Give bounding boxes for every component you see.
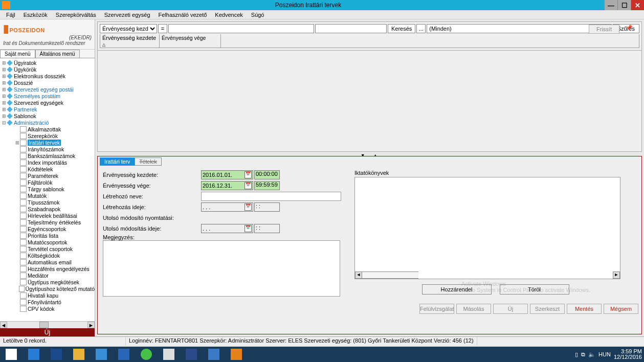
tab-sajat-menu[interactable]: Saját menü: [0, 50, 35, 58]
szerkeszt-button[interactable]: Szerkeszt: [530, 304, 565, 314]
tab-tetelek[interactable]: Tételek: [135, 157, 161, 166]
calendar-icon[interactable]: 📅: [245, 203, 252, 211]
tree-item[interactable]: Fájltárolók: [0, 179, 95, 186]
textarea-megjegyzes[interactable]: [103, 240, 340, 297]
minimize-button[interactable]: —: [604, 0, 617, 10]
taskbar-app5[interactable]: [180, 347, 203, 361]
tree-item[interactable]: CPV kódok: [0, 305, 95, 312]
list-hscrollbar[interactable]: ◄►: [355, 272, 620, 279]
uj-button[interactable]: Új: [493, 304, 528, 314]
col-header-ervenyesseg-vege[interactable]: Érvényesség vége: [160, 34, 221, 48]
tree-item[interactable]: Automatikus email: [0, 259, 95, 265]
tree-item[interactable]: Típusszámok: [0, 199, 95, 206]
tree-item[interactable]: ⊞Szervezeti egységek: [0, 99, 95, 106]
tab-irattari-terv[interactable]: Irattári terv: [100, 157, 135, 166]
nav-tree[interactable]: ⊞Ügyiratok⊞Ügykörök⊞Elektronikus dosszié…: [0, 58, 95, 328]
input-li-time[interactable]: : :: [254, 202, 280, 212]
tree-item[interactable]: Ügytípushoz kötelező mutató: [0, 285, 95, 292]
tree-item[interactable]: ⊞Szervezeti egység postái: [0, 86, 95, 93]
hozzarendel-button[interactable]: Hozzárendel: [422, 284, 492, 295]
ellipsis-button[interactable]: ...: [416, 24, 426, 33]
tree-item[interactable]: Egyéncsoportok: [0, 225, 95, 232]
masolas-button[interactable]: Másolás: [456, 304, 491, 314]
menu-szerepkorvaltas[interactable]: Szerepkörváltás: [52, 11, 100, 18]
search-input-2[interactable]: [315, 24, 387, 33]
tree-item[interactable]: Költségkódok: [0, 252, 95, 259]
pin-icon[interactable]: 📌: [626, 25, 634, 33]
taskbar-powershell[interactable]: [45, 347, 68, 361]
tray-flag-icon[interactable]: ▯: [575, 351, 578, 358]
tree-item[interactable]: Kódtételek: [0, 166, 95, 172]
tree-hscrollbar[interactable]: ◄ ►: [0, 321, 95, 328]
tree-item[interactable]: Szabadnapok: [0, 206, 95, 212]
refresh-button[interactable]: Frissít: [589, 25, 619, 34]
tree-item[interactable]: ⊞Partnerek: [0, 106, 95, 112]
taskbar-app6[interactable]: [203, 347, 225, 361]
menu-eszkozok[interactable]: Eszközök: [19, 11, 52, 18]
felulvizsgalat-button[interactable]: Felülvizsgálat: [419, 304, 454, 314]
tree-item[interactable]: Ügytípus megkötések: [0, 279, 95, 285]
input-ev-date[interactable]: 2016.12.31.📅: [201, 181, 253, 190]
tree-item[interactable]: Mediátor: [0, 272, 95, 279]
tree-item[interactable]: Szerepkörök: [0, 132, 95, 139]
tree-item[interactable]: Hírlevelek beállításai: [0, 212, 95, 219]
taskbar-folder[interactable]: [68, 347, 90, 361]
tree-item[interactable]: Bankszámlaszámok: [0, 152, 95, 159]
calendar-icon[interactable]: 📅: [245, 182, 252, 189]
taskbar-app3[interactable]: [135, 347, 158, 361]
taskbar-app2[interactable]: [113, 347, 135, 361]
menu-felhasznalo-vezeto[interactable]: Felhasználó vezető: [154, 11, 211, 18]
tree-item[interactable]: Mutatócsoportok: [0, 239, 95, 245]
scope-select[interactable]: (Minden): [427, 24, 611, 33]
tree-item[interactable]: ⊞Sablonok: [0, 112, 95, 119]
tree-item[interactable]: Prioritás lista: [0, 232, 95, 239]
megsem-button[interactable]: Mégsem: [604, 304, 638, 314]
input-li-date[interactable]: . . .📅: [201, 202, 253, 212]
scroll-thumb[interactable]: [39, 322, 49, 328]
input-umi-date[interactable]: . . .📅: [201, 224, 253, 233]
tree-item[interactable]: Paraméterek: [0, 172, 95, 179]
mentes-button[interactable]: Mentés: [567, 304, 602, 314]
start-button[interactable]: [0, 347, 23, 361]
tree-item[interactable]: Teljesítmény értékelés: [0, 219, 95, 225]
tree-item[interactable]: ⊞Ügyiratok: [0, 59, 95, 66]
scroll-left-icon[interactable]: ◄: [0, 322, 7, 328]
col-header-ervenyesseg-kezdete[interactable]: Érvényesség kezdete △: [100, 34, 160, 48]
tree-item[interactable]: Irányítószámok: [0, 146, 95, 152]
search-input[interactable]: [168, 24, 314, 33]
taskbar[interactable]: ▯ ⧉ 🔈 HUN 3:59 PM 12/12/2016: [0, 347, 644, 362]
tree-item[interactable]: ⊞Dosszié: [0, 79, 95, 86]
tree-item[interactable]: ⊟Adminisztráció: [0, 119, 95, 126]
result-grid[interactable]: [97, 51, 642, 152]
menu-fajl[interactable]: Fájl: [2, 11, 19, 18]
input-letrehozo-neve[interactable]: [201, 192, 341, 201]
operator-button[interactable]: =: [158, 24, 167, 33]
tray-lang[interactable]: HUN: [598, 351, 611, 357]
tree-item[interactable]: Tárgy sablonok: [0, 186, 95, 192]
taskbar-app4[interactable]: [158, 347, 180, 361]
maximize-button[interactable]: ☐: [617, 0, 631, 10]
tree-item[interactable]: Hozzáférés engedélyezés: [0, 265, 95, 272]
scroll-right-icon[interactable]: ►: [87, 322, 95, 328]
new-button-bar[interactable]: Új: [0, 328, 95, 336]
calendar-icon[interactable]: 📅: [245, 171, 252, 178]
input-ev-time[interactable]: 59:59:59: [254, 181, 280, 190]
input-ek-time[interactable]: 00:00:00: [254, 170, 280, 179]
tree-item[interactable]: Index importálás: [0, 159, 95, 166]
tree-item[interactable]: Főnyilvántartó: [0, 299, 95, 305]
search-button[interactable]: Keresés: [388, 24, 415, 33]
iktatokonyvek-list[interactable]: ◄►: [354, 177, 620, 279]
tab-altalanos-menu[interactable]: Általános menü: [35, 50, 80, 58]
tray-sound-icon[interactable]: 🔈: [588, 351, 595, 358]
menu-sugo[interactable]: Súgó: [247, 11, 269, 18]
close-button[interactable]: ✕: [631, 0, 644, 10]
tree-item[interactable]: ⊞Irattári tervek: [0, 139, 95, 146]
tree-item[interactable]: Tervtétel csoportok: [0, 245, 95, 252]
tree-item[interactable]: ⊞Személyes postáim: [0, 93, 95, 99]
tray-network-icon[interactable]: ⧉: [581, 351, 585, 358]
torol-button[interactable]: Töröl: [500, 284, 569, 295]
calendar-icon[interactable]: 📅: [245, 225, 252, 232]
taskbar-app1[interactable]: [90, 347, 113, 361]
taskbar-explorer[interactable]: [23, 347, 45, 361]
tree-item[interactable]: ⊞Elektronikus dossziék: [0, 73, 95, 79]
